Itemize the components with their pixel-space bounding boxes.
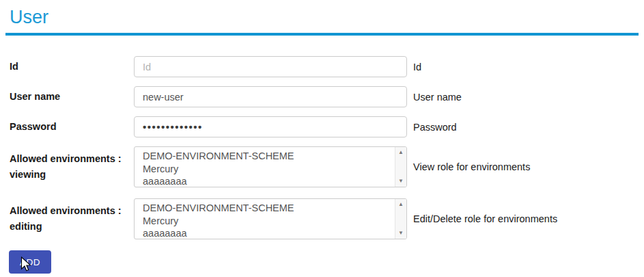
username-helper-text: User name	[413, 92, 462, 103]
password-input[interactable]	[134, 116, 407, 137]
listbox-option[interactable]: aaaaaaaa	[143, 175, 395, 187]
form-row-username: User name User name	[10, 86, 639, 107]
listbox-option[interactable]: aaaaaaaa	[143, 227, 395, 239]
scroll-up-icon[interactable]: ▲	[398, 150, 404, 155]
env-editing-helper-text: Edit/Delete role for environments	[413, 213, 557, 224]
password-label: Password	[10, 119, 134, 135]
listbox-option[interactable]: Mercury	[143, 163, 395, 176]
viewing-environments-listbox[interactable]: DEMO-ENVIRONMENT-SCHEMEMercuryaaaaaaaa ▲…	[134, 146, 407, 187]
listbox-scrollbar[interactable]: ▲ ▼	[395, 199, 406, 239]
editing-environments-listbox[interactable]: DEMO-ENVIRONMENT-SCHEMEMercuryaaaaaaaa ▲…	[134, 198, 407, 239]
scroll-down-icon[interactable]: ▼	[398, 230, 404, 236]
user-form: Id Id User name User name Password Passw…	[10, 56, 639, 274]
env-editing-label: Allowed environments : editing	[10, 203, 134, 235]
user-form-page: User Id Id User name User name Password …	[0, 0, 644, 274]
listbox-option[interactable]: DEMO-ENVIRONMENT-SCHEME	[143, 202, 395, 215]
form-row-id: Id Id	[10, 56, 639, 77]
id-helper-text: Id	[413, 62, 421, 72]
form-row-env-editing: Allowed environments : editing DEMO-ENVI…	[10, 198, 639, 239]
form-row-env-viewing: Allowed environments : viewing DEMO-ENVI…	[10, 146, 639, 187]
env-viewing-label: Allowed environments : viewing	[10, 151, 134, 183]
scroll-up-icon[interactable]: ▲	[398, 202, 404, 207]
env-viewing-helper-text: View role for environments	[413, 161, 530, 172]
username-input[interactable]	[134, 86, 407, 107]
username-label: User name	[10, 89, 134, 105]
listbox-option[interactable]: DEMO-ENVIRONMENT-SCHEME	[143, 150, 395, 163]
form-row-password: Password Password	[10, 116, 639, 137]
viewing-environments-options: DEMO-ENVIRONMENT-SCHEMEMercuryaaaaaaaa	[135, 147, 395, 187]
editing-environments-options: DEMO-ENVIRONMENT-SCHEMEMercuryaaaaaaaa	[135, 199, 395, 239]
page-title: User	[10, 7, 639, 28]
scroll-down-icon[interactable]: ▼	[398, 179, 404, 184]
id-input[interactable]	[134, 56, 407, 77]
title-underline	[5, 33, 639, 36]
listbox-scrollbar[interactable]: ▲ ▼	[395, 147, 406, 187]
add-button[interactable]: ADD	[9, 250, 51, 274]
password-helper-text: Password	[413, 122, 457, 133]
id-label: Id	[10, 59, 134, 75]
listbox-option[interactable]: Mercury	[143, 215, 395, 228]
